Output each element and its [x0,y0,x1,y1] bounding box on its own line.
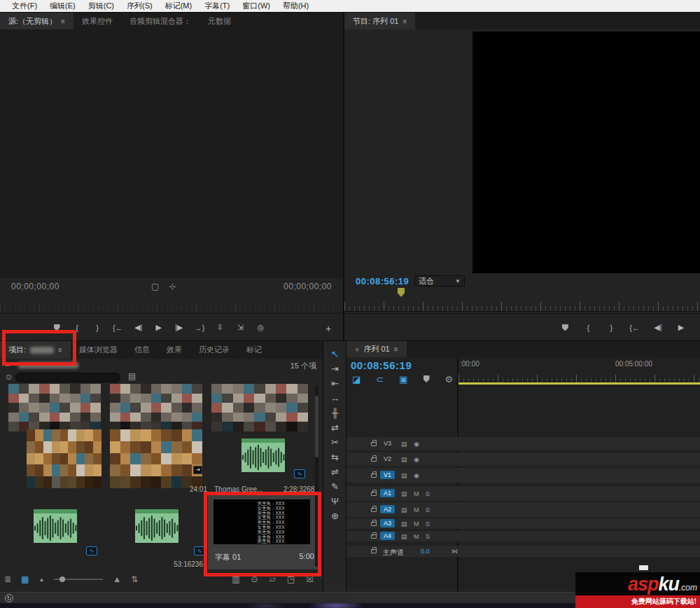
export-frame-button[interactable]: ◎ [255,323,265,332]
track-output-icon[interactable]: ▤ [401,520,407,527]
work-area-bar[interactable] [458,382,700,385]
mute-button[interactable]: M [414,506,419,513]
pen-tool[interactable]: ✎ [328,482,342,492]
mark-in-button[interactable]: { [583,324,593,332]
eye-icon[interactable]: ◉ [414,441,419,448]
tab-project-1[interactable]: 信息 [126,341,158,359]
media-thumbnail[interactable] [110,384,202,431]
track-badge-a3[interactable]: A3 [380,519,395,527]
slide-tool[interactable]: ⇌ [328,467,342,477]
media-thumbnail[interactable] [110,429,202,488]
zoom-tool[interactable]: ⊕ [328,511,342,521]
step-forward-button[interactable]: |▶ [174,323,184,332]
add-marker-button[interactable] [424,374,430,385]
panel-menu-icon[interactable]: ≡ [61,18,65,25]
mute-button[interactable]: M [414,520,419,527]
track-badge-v1[interactable]: V1 [380,471,395,479]
track-output-icon[interactable]: ▤ [401,456,407,463]
selection-tool[interactable]: ↖ [328,350,342,359]
lock-icon[interactable] [371,534,377,539]
lock-icon[interactable] [371,442,377,446]
track-badge-a1[interactable]: A1 [380,489,395,497]
tab-project-0[interactable]: 媒体浏览器 [71,341,126,359]
track-badge-v2[interactable]: V2 [380,455,395,463]
search-input[interactable] [15,373,120,382]
master-volume-value[interactable]: 0.0 [421,548,430,555]
program-playhead[interactable] [398,288,405,297]
track-output-icon[interactable]: ▤ [401,533,407,540]
tab-project-3[interactable]: 历史记录 [190,341,238,359]
lock-icon[interactable] [371,522,377,526]
tab-sequence-01[interactable]: × 序列 01 ≡ [346,341,407,357]
timeline-scroll-handle[interactable] [639,565,648,570]
lock-icon[interactable] [371,457,377,462]
icon-view-button[interactable]: ▦ [21,574,29,584]
list-view-button[interactable]: ≣ [4,574,11,584]
add-marker-button[interactable] [560,324,570,331]
insert-overwrite-nest-toggle[interactable]: ◪ [352,374,360,385]
media-thumbnail[interactable] [27,429,102,488]
menu-item-3[interactable]: 序列(S) [120,1,159,11]
media-thumbnail[interactable] [8,384,101,431]
step-back-button[interactable]: ◀| [653,323,663,332]
sort-button[interactable]: ⇅ [131,574,138,584]
lock-icon[interactable] [371,508,377,512]
pan-icon[interactable]: ⋈ [451,548,458,555]
ripple-edit-tool[interactable]: ↔ [328,394,342,403]
mute-button[interactable]: M [414,533,419,540]
timeline-timecode[interactable]: 00:08:56:19 [351,359,412,371]
razor-tool[interactable]: ✂ [328,438,342,448]
mark-out-button[interactable]: } [92,324,102,332]
menu-item-7[interactable]: 帮助(H) [276,1,315,11]
tab-project-4[interactable]: 标记 [238,341,270,359]
hand-tool[interactable]: Ψ [328,497,342,506]
tab-project-2[interactable]: 效果 [158,341,190,359]
audio-waveform-thumbnail[interactable] [241,443,285,472]
close-icon[interactable]: × [355,345,359,354]
sync-icon[interactable]: ↻ [5,594,13,602]
insert-button[interactable]: ⇩ [215,323,225,332]
solo-button[interactable]: S [426,506,430,513]
solo-button[interactable]: S [426,520,430,527]
panel-menu-icon[interactable]: ≡ [402,18,407,25]
rate-stretch-tool[interactable]: ⇄ [328,423,342,433]
track-badge-v3[interactable]: V3 [380,439,395,448]
tab-source-0[interactable]: 源:（无剪辑）≡ [0,13,74,29]
track-output-icon[interactable]: ▤ [401,472,407,479]
goto-in-button[interactable]: {← [113,324,123,332]
zoom-in-icon[interactable]: ▲ [113,574,121,584]
rolling-edit-tool[interactable]: ╫ [328,408,342,418]
goto-in-button[interactable]: {← [629,324,640,332]
track-output-icon[interactable]: ▤ [401,506,407,513]
track-badge-a2[interactable]: A2 [380,505,395,513]
step-back-button[interactable]: ◀| [134,323,144,332]
panel-menu-icon[interactable]: ≡ [394,345,398,353]
eye-icon[interactable]: ◉ [414,456,419,463]
menu-item-2[interactable]: 剪辑(C) [82,1,120,11]
fit-dropdown[interactable]: 适合 ▼ [414,275,465,286]
button-editor-plus[interactable]: + [323,323,333,334]
menu-item-4[interactable]: 标记(M) [159,1,199,11]
lock-icon[interactable] [371,492,377,496]
menu-item-1[interactable]: 编辑(E) [43,1,82,11]
output-settings-icon[interactable]: ▢ [151,282,159,291]
menu-item-0[interactable]: 文件(F) [6,1,43,11]
track-output-icon[interactable]: ▤ [401,441,407,448]
track-select-backward-tool[interactable]: ⇤ [328,379,342,389]
track-output-icon[interactable]: ▤ [401,490,407,497]
goto-out-button[interactable]: →} [195,324,205,332]
tab-source-2[interactable]: 音频剪辑混合器： [121,13,200,29]
linked-selection-toggle[interactable]: ▣ [399,374,407,385]
program-ruler[interactable] [344,298,700,312]
lock-icon[interactable] [371,474,377,478]
zoom-slider[interactable] [54,579,103,580]
timeline-ruler[interactable] [458,370,700,382]
menu-item-5[interactable]: 字幕(T) [198,1,236,11]
solo-button[interactable]: S [426,533,430,540]
mark-out-button[interactable]: } [606,324,616,332]
source-ruler[interactable] [0,298,343,312]
eye-icon[interactable]: ◉ [414,472,419,479]
snap-toggle[interactable]: ⊂ [376,374,384,385]
zoom-out-icon[interactable]: ▲ [38,576,44,583]
track-badge-a4[interactable]: A4 [380,532,395,540]
